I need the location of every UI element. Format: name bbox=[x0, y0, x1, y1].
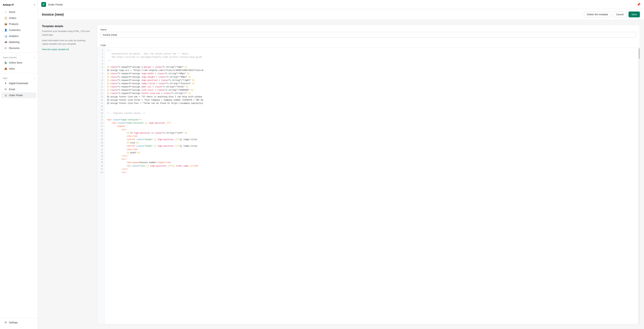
code-line: <td><span>Invoice number</span></td> bbox=[107, 161, 638, 164]
line-number: 25 bbox=[97, 128, 104, 132]
code-line: <table> bbox=[107, 125, 638, 128]
code-line: <div class="page-container"> bbox=[107, 118, 638, 122]
store-icon: 🏪 bbox=[4, 61, 7, 64]
download-icon: ⬇ bbox=[4, 82, 7, 85]
code-line: <!-- Template content below --> bbox=[107, 112, 638, 115]
sidebar-item-online-store[interactable]: 🏪 Online Store bbox=[1, 60, 36, 66]
sidebar-item-inbox[interactable]: 📥 Inbox bbox=[1, 66, 36, 72]
home-icon: ⌂ bbox=[4, 10, 7, 13]
printer-icon: 🖨 bbox=[4, 94, 7, 97]
line-number: 26 bbox=[97, 132, 104, 135]
cancel-button[interactable]: Cancel bbox=[613, 11, 626, 17]
line-number: 18 bbox=[97, 105, 104, 108]
liquid-variable-link[interactable]: View the Liquid variable list bbox=[42, 48, 69, 51]
line-number: 4 bbox=[97, 59, 104, 62]
sidebar-item-order-printer[interactable]: 🖨 Order Printer bbox=[1, 92, 36, 98]
form-panel: Name Code 123456789101112131415161718192… bbox=[97, 25, 640, 324]
divider bbox=[0, 52, 38, 53]
code-content[interactable]: <!-- Customisation variables - Edit the … bbox=[105, 48, 640, 324]
sidebar-label-digital-downloads: Digital Downloads bbox=[9, 82, 28, 85]
content-area: Template details Customize your template… bbox=[38, 20, 644, 329]
line-number: 16 bbox=[97, 99, 104, 102]
sidebar-label-products: Products bbox=[9, 23, 18, 25]
sidebar-label-marketing: Marketing bbox=[9, 41, 20, 43]
name-field-container: Name bbox=[97, 25, 640, 41]
code-line: <td></td> bbox=[107, 148, 638, 151]
sidebar-label-online-store: Online Store bbox=[9, 61, 22, 64]
line-number: 38 bbox=[97, 171, 104, 174]
code-line: {% assign footer-line-three = "Your Comp… bbox=[107, 99, 638, 102]
sidebar-label-discounts: Discounts bbox=[9, 47, 20, 49]
line-number: 32 bbox=[97, 151, 104, 155]
sidebar-item-marketing[interactable]: 📣 Marketing bbox=[1, 39, 36, 45]
delete-template-button[interactable]: Delete this template bbox=[584, 11, 611, 17]
sidebar-item-settings[interactable]: ⚙ Settings bbox=[1, 320, 36, 326]
line-number: 23 bbox=[97, 122, 104, 125]
line-numbers: 1234567891011121314151617181920212223242… bbox=[97, 48, 105, 324]
code-line: </tr> bbox=[107, 155, 638, 158]
scrollbar-thumb[interactable] bbox=[639, 48, 640, 59]
app-icon: P bbox=[41, 2, 46, 7]
code-editor[interactable]: 1234567891011121314151617181920212223242… bbox=[97, 47, 640, 324]
code-line: See https://artisan-it.com/pages/shopify… bbox=[107, 56, 638, 59]
store-selector[interactable]: Artisan IT ▾ bbox=[0, 2, 38, 9]
code-line: {% class="c-keyword">assign addr-col = c… bbox=[107, 85, 638, 89]
line-number: 13 bbox=[97, 89, 104, 92]
topbar: P Order Printer 📌 bbox=[38, 0, 644, 9]
sidebar-item-products[interactable]: 📦 Products bbox=[1, 21, 36, 27]
email-icon: ✉ bbox=[4, 88, 7, 91]
line-number: 36 bbox=[97, 164, 104, 168]
code-line: {% assign footer-line-four = "Terms can … bbox=[107, 102, 638, 105]
page-title: Invoice (new) bbox=[42, 12, 582, 16]
store-name: Artisan IT bbox=[3, 3, 14, 6]
app-name: Order Printer bbox=[48, 3, 63, 6]
template-description-2: Insert information from an order by inse… bbox=[42, 39, 90, 46]
sidebar-label-analytics: Analytics bbox=[9, 35, 18, 37]
sidebar-item-customers[interactable]: 👤 Customers bbox=[1, 27, 36, 33]
apps-header: Apps › bbox=[0, 75, 38, 80]
line-number: 22 bbox=[97, 118, 104, 122]
line-number: 2 bbox=[97, 52, 104, 56]
main-content: P Order Printer 📌 Invoice (new) Delete t… bbox=[38, 0, 644, 329]
name-input[interactable] bbox=[100, 32, 636, 38]
code-line: {% else %} bbox=[107, 141, 638, 145]
sidebar-item-orders[interactable]: 📋 Orders bbox=[1, 15, 36, 21]
chevron-down-icon: ▾ bbox=[34, 3, 35, 6]
line-number: 29 bbox=[97, 141, 104, 145]
sidebar-label-orders: Orders bbox=[9, 17, 16, 19]
line-number: 31 bbox=[97, 148, 104, 151]
save-button[interactable]: Save bbox=[628, 11, 640, 17]
sidebar-label-order-printer: Order Printer bbox=[9, 94, 23, 97]
code-line: <tr> bbox=[107, 171, 638, 174]
line-number: 5 bbox=[97, 62, 104, 66]
code-line: <tr> bbox=[107, 158, 638, 161]
scrollbar[interactable] bbox=[638, 48, 640, 324]
code-line: </tr> bbox=[107, 168, 638, 171]
sidebar-label-inbox: Inbox bbox=[9, 67, 15, 70]
sidebar-label-email: Email bbox=[9, 88, 15, 91]
template-info-panel: Template details Customize your template… bbox=[42, 25, 90, 324]
sidebar-label-customers: Customers bbox=[9, 29, 20, 31]
sidebar-item-home[interactable]: ⌂ Home bbox=[1, 9, 36, 15]
line-number: 7 bbox=[97, 69, 104, 72]
code-line: {% class="c-keyword">assign footer-line-… bbox=[107, 92, 638, 95]
sidebar-item-analytics[interactable]: 📊 Analytics bbox=[1, 33, 36, 39]
line-number: 19 bbox=[97, 108, 104, 112]
template-description-1: Customize your template using HTML, CSS … bbox=[42, 29, 90, 37]
sidebar-item-email[interactable]: ✉ Email bbox=[1, 86, 36, 92]
sidebar-item-digital-downloads[interactable]: ⬇ Digital Downloads bbox=[1, 80, 36, 86]
code-line: --> bbox=[107, 59, 638, 62]
template-details-heading: Template details bbox=[42, 25, 90, 28]
line-number: 35 bbox=[97, 161, 104, 164]
apps-expand-icon[interactable]: › bbox=[34, 77, 35, 79]
divider-2 bbox=[0, 73, 38, 73]
code-line bbox=[107, 115, 638, 118]
code-line bbox=[107, 108, 638, 112]
code-line: {% class="c-keyword">assign templ-title … bbox=[107, 82, 638, 85]
line-number: 10 bbox=[97, 79, 104, 82]
code-line: <td><h1 class="header-{{ logo-position }… bbox=[107, 138, 638, 141]
code-line: <td></td> bbox=[107, 135, 638, 138]
sidebar-item-discounts[interactable]: 🏷 Discounts bbox=[1, 45, 36, 51]
expand-icon[interactable]: › bbox=[34, 56, 35, 59]
name-label: Name bbox=[100, 28, 636, 31]
